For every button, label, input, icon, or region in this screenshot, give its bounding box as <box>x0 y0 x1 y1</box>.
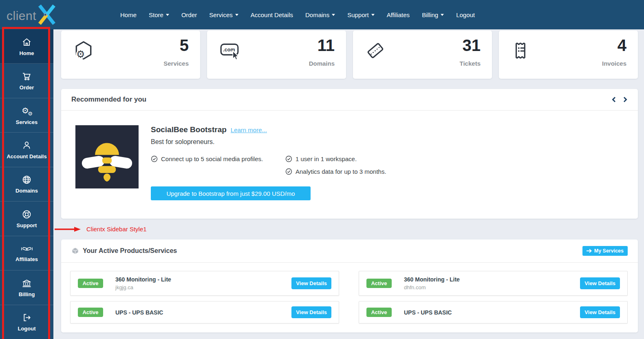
view-details-button[interactable]: View Details <box>291 277 331 289</box>
dotcom-cursor-icon: .com <box>219 40 240 61</box>
stat-label: Domains <box>309 60 335 67</box>
product-info: UPS - UPS BASIC <box>404 309 580 316</box>
topnav-label: Account Details <box>251 11 293 18</box>
topnav-account-details[interactable]: Account Details <box>245 11 299 18</box>
carousel-controls <box>611 96 628 103</box>
sidebar-item-label: Order <box>20 85 34 91</box>
sidebar-item-support[interactable]: Support <box>0 202 53 236</box>
logo-x-icon <box>35 3 58 26</box>
topnav-services[interactable]: Services <box>203 11 245 18</box>
stat-card-invoices[interactable]: 4 Invoices <box>499 31 638 79</box>
topnav-label: Logout <box>456 11 475 18</box>
sidebar-item-label: Home <box>19 51 34 56</box>
carousel-next-button[interactable] <box>623 96 628 103</box>
user-icon <box>21 140 32 151</box>
sidebar-item-label: Support <box>17 223 37 228</box>
sidebar-item-label: Affiliates <box>15 257 38 262</box>
recommended-body: SocialBee Bootstrap Learn more... Best f… <box>61 111 638 219</box>
recommended-details: SocialBee Bootstrap Learn more... Best f… <box>151 125 386 200</box>
topnav-store[interactable]: Store <box>143 11 175 18</box>
logout-icon <box>21 312 32 323</box>
topnav-logout[interactable]: Logout <box>450 11 481 18</box>
stat-label: Services <box>163 60 189 67</box>
feature-item: 1 user in 1 workspace. <box>285 155 386 162</box>
feature-text: Analytics data for up to 3 months. <box>296 168 386 175</box>
topnav-label: Domains <box>305 11 329 18</box>
view-details-button[interactable]: View Details <box>291 306 331 318</box>
product-domain: jkgjg.ca <box>115 284 291 290</box>
cube-icon <box>71 247 79 255</box>
topnav-home[interactable]: Home <box>114 11 143 18</box>
check-circle-icon <box>151 155 158 162</box>
sidebar-item-domains[interactable]: Domains <box>0 167 53 202</box>
active-products-panel: Your Active Products/Services My Service… <box>61 239 638 332</box>
my-services-button[interactable]: My Services <box>582 246 628 256</box>
clientx-logo[interactable]: client <box>7 2 58 27</box>
stat-label: Tickets <box>460 60 481 67</box>
view-details-button[interactable]: View Details <box>580 277 620 289</box>
topnav-label: Support <box>347 11 369 18</box>
invoice-icon <box>511 40 532 61</box>
status-badge: Active <box>366 308 392 317</box>
stat-value: 31 <box>463 36 481 55</box>
sidebar-item-logout[interactable]: Logout <box>0 305 53 339</box>
top-menu: Home Store Order Services Account Detail… <box>114 0 481 29</box>
carousel-prev-button[interactable] <box>611 96 616 103</box>
hexagon-gear-icon: ⚙ <box>73 40 94 61</box>
sidebar: Home Order ⚙ ⚙ Services Account Details … <box>0 29 53 339</box>
feature-item: Connect up to 5 social media profiles. <box>151 155 285 162</box>
svg-text:⚙: ⚙ <box>28 110 33 116</box>
globe-icon <box>21 174 32 185</box>
recommended-title: Recommended for you <box>71 95 146 104</box>
status-badge: Active <box>78 308 103 317</box>
logo-text: client <box>7 9 36 23</box>
annotation-arrow-icon <box>55 226 81 232</box>
topnav-billing[interactable]: Billing <box>416 11 450 18</box>
product-row: Active UPS - UPS BASIC View Details <box>70 301 339 323</box>
sidebar-item-services[interactable]: ⚙ ⚙ Services <box>0 98 53 133</box>
feature-text: Connect up to 5 social media profiles. <box>161 155 263 162</box>
upgrade-button[interactable]: Upgrade to Bootstrap from just $29.00 US… <box>151 186 311 200</box>
feature-list: Connect up to 5 social media profiles. 1… <box>151 155 386 175</box>
stat-card-services[interactable]: ⚙ 5 Services <box>61 31 200 79</box>
learn-more-link[interactable]: Learn more... <box>231 126 267 133</box>
topnav-domains[interactable]: Domains <box>299 11 341 18</box>
socialbee-logo <box>75 125 139 188</box>
view-details-button[interactable]: View Details <box>580 306 620 318</box>
sidebar-item-affiliates[interactable]: Affiliates <box>0 236 53 270</box>
stat-card-tickets[interactable]: 31 Tickets <box>353 31 492 79</box>
sidebar-item-home[interactable]: Home <box>0 29 53 64</box>
sidebar-item-label: Account Details <box>7 154 46 160</box>
annotation-row: Clientx Sidebar Style1 <box>55 219 638 239</box>
chevron-down-icon <box>371 14 375 16</box>
main-content: ⚙ 5 Services .com 11 Domains 31 Tickets <box>53 29 644 339</box>
sidebar-item-billing[interactable]: Billing <box>0 270 53 305</box>
product-name: UPS - UPS BASIC <box>115 309 291 316</box>
product-row: Active 360 Monitoring - Lite dhfn.com Vi… <box>359 271 628 296</box>
topnav-label: Affiliates <box>387 11 410 18</box>
products-column-left: Active 360 Monitoring - Lite jkgjg.ca Vi… <box>70 271 339 323</box>
active-products-header: Your Active Products/Services My Service… <box>61 239 638 263</box>
sidebar-item-account-details[interactable]: Account Details <box>0 133 53 167</box>
sidebar-item-label: Billing <box>19 292 35 297</box>
stat-card-domains[interactable]: .com 11 Domains <box>207 31 346 79</box>
check-circle-icon <box>285 168 292 175</box>
sidebar-item-order[interactable]: Order <box>0 64 53 98</box>
topnav-label: Store <box>149 11 163 18</box>
ticket-icon <box>365 40 386 61</box>
active-products-title-text: Your Active Products/Services <box>83 247 177 255</box>
active-products-title: Your Active Products/Services <box>71 247 177 255</box>
home-icon <box>21 37 32 48</box>
feature-text: 1 user in 1 workspace. <box>296 155 357 162</box>
product-name: 360 Monitoring - Lite <box>404 276 580 283</box>
chevron-down-icon <box>235 14 238 16</box>
topnav-order[interactable]: Order <box>175 11 203 18</box>
chevron-down-icon <box>441 14 444 16</box>
topnav-support[interactable]: Support <box>341 11 381 18</box>
topnav-affiliates[interactable]: Affiliates <box>381 11 416 18</box>
product-name: SocialBee Bootstrap <box>151 125 227 134</box>
arrow-right-icon <box>587 249 592 253</box>
cart-icon <box>21 71 32 82</box>
annotation-text: Clientx Sidebar Style1 <box>86 226 147 233</box>
active-products-grid: Active 360 Monitoring - Lite jkgjg.ca Vi… <box>61 263 638 332</box>
